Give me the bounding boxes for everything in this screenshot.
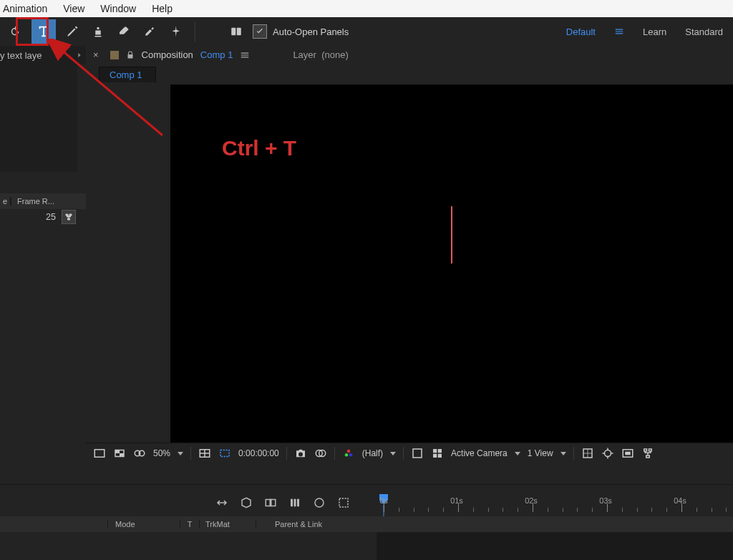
layer-label: Layer (none) <box>293 49 348 60</box>
panel-menu-icon[interactable] <box>240 50 250 60</box>
zoom-value[interactable]: 50% <box>153 448 170 458</box>
transparency-grid-icon[interactable] <box>411 447 424 460</box>
svg-rect-9 <box>220 450 229 457</box>
project-hint-text: y text laye <box>0 50 42 61</box>
composition-panel-tabstrip: y text laye × Composition Comp 1 Layer (… <box>0 46 733 64</box>
rotate-tool-icon[interactable] <box>6 22 24 41</box>
svg-point-13 <box>345 453 349 457</box>
flowchart-icon[interactable] <box>62 210 76 224</box>
svg-rect-16 <box>433 449 437 453</box>
col-e[interactable]: e <box>0 197 11 206</box>
project-info-box <box>0 64 77 172</box>
grid-guides-icon[interactable] <box>581 447 594 460</box>
composition-color-swatch <box>110 51 119 59</box>
separator <box>334 447 335 460</box>
menu-bar: Animation View Window Help <box>0 0 733 17</box>
svg-rect-18 <box>433 454 437 458</box>
toolbar-separator <box>195 21 195 42</box>
region-of-interest-icon[interactable] <box>218 447 231 460</box>
svg-rect-15 <box>413 449 422 458</box>
lock-icon[interactable] <box>126 51 135 59</box>
eraser-tool-icon[interactable] <box>115 22 133 41</box>
fast-preview-icon[interactable] <box>621 447 634 460</box>
camera-value[interactable]: Active Camera <box>451 448 508 458</box>
resolution-value[interactable]: (Half) <box>362 448 383 458</box>
workspace-menu-icon[interactable] <box>614 26 624 37</box>
timecode-value[interactable]: 0:00:00:00 <box>238 448 279 458</box>
workspace-learn[interactable]: Learn <box>643 26 666 37</box>
auto-open-panels-toggle[interactable]: Auto-Open Panels <box>253 24 349 39</box>
shy-toggle-icon[interactable] <box>215 496 229 510</box>
svg-rect-1 <box>237 28 241 36</box>
type-tool-icon[interactable] <box>31 19 56 44</box>
workspace-standard[interactable]: Standard <box>685 26 723 37</box>
checkbox-icon <box>253 24 267 39</box>
separator <box>403 447 404 460</box>
viewer-footer: 50% 0:00:00:00 (Half) Active Camera 1 Vi… <box>86 443 733 463</box>
col-parent[interactable]: Parent & Link <box>256 520 733 528</box>
graph-editor-icon[interactable] <box>312 496 326 510</box>
svg-rect-30 <box>339 498 348 507</box>
project-panel-area: e Frame R... 25 <box>0 64 86 485</box>
text-cursor <box>451 206 452 264</box>
composition-tab-row: Comp 1 <box>86 64 733 85</box>
composition-tab[interactable]: Comp 1 <box>99 67 156 82</box>
mask-visibility-icon[interactable] <box>133 447 146 460</box>
ruler-ticks <box>378 492 733 512</box>
timeline-tracks-area[interactable] <box>377 532 733 560</box>
menu-animation[interactable]: Animation <box>0 1 50 16</box>
project-panel-fragment: y text laye <box>0 46 86 64</box>
col-t[interactable]: T <box>180 520 199 528</box>
project-row-fps: 25 <box>46 212 56 222</box>
frame-blend-icon[interactable] <box>263 496 278 510</box>
time-ruler[interactable]: 0s 01s 02s 03s 04s <box>378 492 733 512</box>
chevron-down-icon[interactable] <box>390 452 396 455</box>
project-columns-header: e Frame R... <box>0 193 86 209</box>
composition-viewer: 50% 0:00:00:00 (Half) Active Camera 1 Vi… <box>86 85 733 463</box>
chevron-down-icon[interactable] <box>560 452 566 455</box>
composition-name[interactable]: Comp 1 <box>200 49 233 60</box>
puppet-pin-tool-icon[interactable] <box>166 22 185 41</box>
composition-header: × Composition Comp 1 Layer (none) <box>86 46 733 65</box>
svg-point-12 <box>347 450 351 453</box>
flowchart-view-icon[interactable] <box>641 447 654 460</box>
main-toolbar: Auto-Open Panels Default Learn Standard <box>0 17 733 47</box>
snapshot-icon[interactable] <box>294 447 307 460</box>
menu-view[interactable]: View <box>60 1 87 16</box>
col-mode[interactable]: Mode <box>107 520 180 528</box>
pixel-aspect-icon[interactable] <box>431 447 444 460</box>
exposure-icon[interactable] <box>601 447 614 460</box>
resolution-grid-icon[interactable] <box>198 447 211 460</box>
menu-window[interactable]: Window <box>97 1 139 16</box>
roto-brush-tool-icon[interactable] <box>140 22 159 41</box>
svg-rect-19 <box>438 454 442 458</box>
close-icon[interactable]: × <box>93 49 99 60</box>
views-value[interactable]: 1 View <box>528 448 553 458</box>
show-snapshot-icon[interactable] <box>314 447 327 460</box>
composition-label: Composition <box>142 49 193 60</box>
toggle-alpha-icon[interactable] <box>113 447 126 460</box>
workspace-switcher: Default Learn Standard <box>566 26 727 37</box>
brainstorm-icon[interactable] <box>336 496 351 510</box>
separator <box>573 447 574 460</box>
svg-point-14 <box>349 453 353 457</box>
channel-icon[interactable] <box>342 447 355 460</box>
workspace-default[interactable]: Default <box>566 26 596 37</box>
view-layout-icon[interactable] <box>93 447 106 460</box>
chevron-down-icon[interactable] <box>515 452 520 455</box>
chevron-down-icon[interactable] <box>178 452 183 455</box>
col-frame-rate[interactable]: Frame R... <box>11 197 86 206</box>
pen-tool-icon[interactable] <box>63 22 82 41</box>
project-row[interactable]: 25 <box>0 209 80 225</box>
svg-rect-26 <box>291 499 293 507</box>
menu-help[interactable]: Help <box>149 1 175 16</box>
svg-rect-4 <box>115 450 120 454</box>
viewer-canvas[interactable] <box>170 85 733 443</box>
motion-blur-icon[interactable] <box>288 496 302 510</box>
draft-3d-icon[interactable] <box>239 496 253 510</box>
col-trkmat[interactable]: TrkMat <box>199 520 256 528</box>
snap-panel-icon[interactable] <box>227 22 246 41</box>
svg-rect-2 <box>94 450 105 458</box>
clone-stamp-tool-icon[interactable] <box>89 22 107 41</box>
separator <box>286 447 287 460</box>
